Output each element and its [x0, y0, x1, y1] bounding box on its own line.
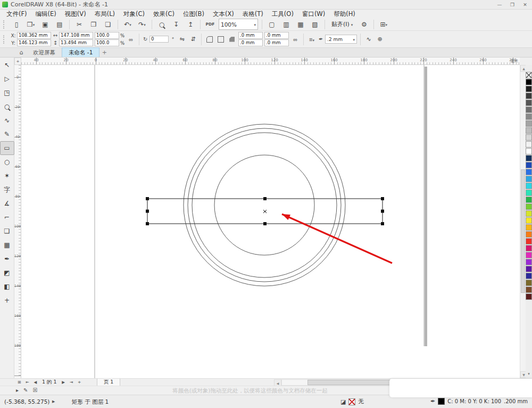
- home-icon[interactable]: ⌂: [16, 48, 27, 57]
- open-button[interactable]: ❒: [24, 18, 38, 30]
- page-navigator-button[interactable]: ⊞: [16, 379, 23, 386]
- edit-corners-together-button[interactable]: ∞: [290, 32, 300, 46]
- mirror-vertical-button[interactable]: ⇵: [188, 34, 198, 45]
- color-swatch[interactable]: [526, 190, 532, 196]
- close-icon[interactable]: ✕: [519, 1, 531, 9]
- menu-object[interactable]: 对象(C): [119, 10, 149, 18]
- dimension-tool[interactable]: ∡: [0, 197, 14, 210]
- selection-handle[interactable]: [146, 222, 149, 225]
- customize-toolbox-button[interactable]: +: [0, 293, 14, 307]
- fullscreen-preview-button[interactable]: ▢: [265, 18, 279, 30]
- menu-effects[interactable]: 效果(C): [149, 10, 179, 18]
- color-swatch[interactable]: [526, 176, 532, 182]
- interactive-fill-tool[interactable]: ◩: [0, 266, 14, 280]
- mirror-horizontal-button[interactable]: ⇋: [177, 34, 187, 45]
- color-swatch[interactable]: [526, 210, 532, 217]
- show-guidelines-button[interactable]: ▧: [308, 18, 322, 30]
- crop-tool[interactable]: ◳: [0, 86, 14, 100]
- show-grid-button[interactable]: ▦: [294, 18, 307, 30]
- last-page-button[interactable]: ⇥: [68, 379, 75, 386]
- new-tab-button[interactable]: +: [99, 48, 109, 57]
- corner-radius-bl-input[interactable]: .0 mm: [238, 39, 263, 46]
- vertical-scrollbar[interactable]: ▲ ▼: [520, 65, 526, 378]
- toolbar-grip[interactable]: [3, 20, 7, 29]
- selection-handle[interactable]: [146, 197, 149, 200]
- first-page-button[interactable]: ⇤: [24, 379, 31, 386]
- color-swatch[interactable]: [526, 120, 532, 127]
- search-content-button[interactable]: ○: [155, 18, 169, 30]
- color-swatch[interactable]: [526, 231, 532, 238]
- color-swatch[interactable]: [526, 238, 532, 244]
- restore-icon[interactable]: ❐: [506, 1, 518, 9]
- horizontal-ruler[interactable]: 毫米 4020020406080100120140160180200220240…: [21, 58, 520, 65]
- no-color-icon[interactable]: ☒: [32, 387, 37, 393]
- selection-handle[interactable]: [263, 222, 267, 225]
- next-page-button[interactable]: ▶: [60, 379, 67, 386]
- new-document-button[interactable]: ▯: [10, 18, 23, 30]
- freehand-tool[interactable]: ∿: [0, 113, 14, 127]
- color-swatch[interactable]: [526, 266, 532, 272]
- paste-button[interactable]: ❏: [101, 18, 115, 30]
- drawn-circle-4[interactable]: [214, 155, 314, 255]
- menu-layout[interactable]: 布局(L): [90, 10, 119, 18]
- corner-radius-br-input[interactable]: .0 mm: [264, 39, 289, 46]
- color-swatch[interactable]: [526, 100, 532, 106]
- transparency-tool[interactable]: ▦: [0, 238, 14, 252]
- zoom-level-select[interactable]: 100%: [219, 19, 258, 30]
- selection-handle[interactable]: [381, 210, 384, 213]
- color-swatch[interactable]: [526, 155, 532, 161]
- convert-to-curves-button[interactable]: ∿: [364, 34, 373, 45]
- color-swatch[interactable]: [526, 148, 532, 154]
- outline-width-select[interactable]: .2 mm: [325, 35, 357, 44]
- color-swatch[interactable]: [526, 183, 532, 189]
- vertical-ruler[interactable]: 020406080100120140160180: [14, 65, 21, 378]
- color-swatch[interactable]: [526, 72, 532, 78]
- vertical-scroll-track[interactable]: [520, 71, 526, 372]
- menu-file[interactable]: 文件(F): [2, 10, 31, 18]
- fill-none-swatch[interactable]: [348, 398, 355, 405]
- ruler-origin-button[interactable]: ⌖: [14, 58, 21, 65]
- zoom-tool[interactable]: ○: [0, 100, 14, 113]
- minimize-icon[interactable]: —: [494, 1, 505, 9]
- color-swatch[interactable]: [526, 203, 532, 210]
- color-eyedropper-tool[interactable]: ✒: [0, 252, 14, 266]
- scalloped-corner-button[interactable]: [216, 34, 226, 45]
- lock-ratio-button[interactable]: ∞: [126, 32, 136, 46]
- color-swatch[interactable]: [526, 113, 532, 120]
- copy-button[interactable]: ❐: [87, 18, 101, 30]
- application-launcher-button[interactable]: ⊞: [377, 18, 390, 30]
- export-button[interactable]: ↥: [184, 18, 197, 30]
- menu-help[interactable]: 帮助(H): [329, 10, 360, 18]
- color-swatch[interactable]: [526, 259, 532, 265]
- menu-window[interactable]: 窗口(W): [298, 10, 329, 18]
- color-swatch[interactable]: [526, 169, 532, 175]
- menu-view[interactable]: 视图(V): [61, 10, 90, 18]
- color-swatch[interactable]: [526, 273, 532, 279]
- ellipse-tool[interactable]: ○: [0, 155, 14, 169]
- show-rulers-button[interactable]: ▥: [279, 18, 293, 30]
- selection-handle[interactable]: [263, 197, 267, 200]
- color-swatch[interactable]: [526, 197, 532, 203]
- color-swatch[interactable]: [526, 141, 532, 148]
- color-swatch[interactable]: [526, 134, 532, 141]
- rotation-angle-input[interactable]: 0: [149, 36, 169, 43]
- cut-button[interactable]: ✂: [72, 18, 86, 30]
- object-y-input[interactable]: 146.123 mm: [17, 39, 51, 46]
- selection-handle[interactable]: [146, 210, 149, 213]
- wrap-text-button[interactable]: ≡: [307, 34, 317, 45]
- color-swatch[interactable]: [526, 252, 532, 258]
- menu-edit[interactable]: 编辑(E): [31, 10, 61, 18]
- corner-radius-tr-input[interactable]: .0 mm: [264, 32, 289, 39]
- outline-color-swatch[interactable]: [438, 398, 445, 405]
- drawing-canvas[interactable]: [21, 65, 520, 378]
- propertybar-grip[interactable]: [3, 35, 7, 44]
- polygon-tool[interactable]: ✶: [0, 169, 14, 183]
- add-page-button[interactable]: +: [76, 379, 83, 386]
- color-swatch[interactable]: [526, 280, 532, 286]
- rectangle-tool[interactable]: ▭: [0, 141, 14, 155]
- color-swatch[interactable]: [526, 127, 532, 134]
- object-height-input[interactable]: 13.494 mm: [59, 39, 93, 46]
- text-tool[interactable]: 字: [0, 183, 14, 197]
- connector-tool[interactable]: ⌐: [0, 210, 14, 224]
- selection-handle[interactable]: [381, 222, 384, 225]
